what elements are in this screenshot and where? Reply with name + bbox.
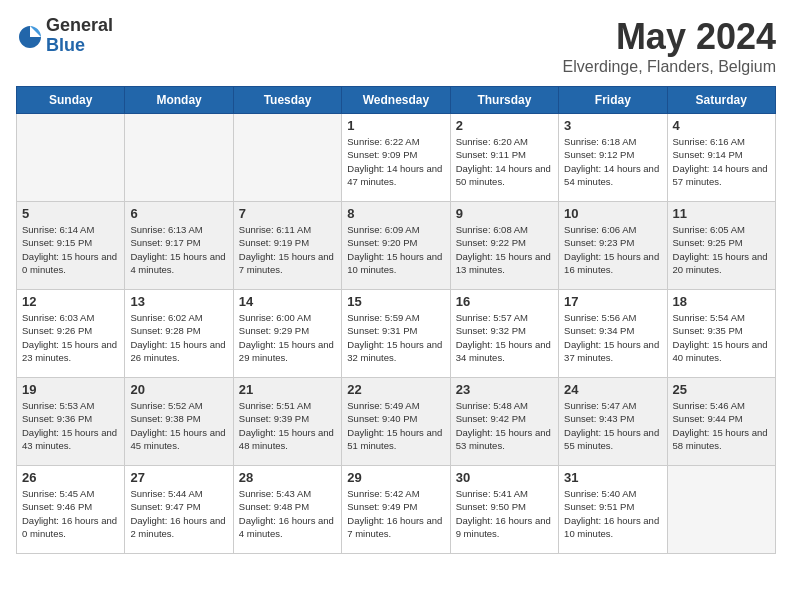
calendar-title: May 2024 — [563, 16, 776, 58]
cell-info: Sunrise: 6:20 AM Sunset: 9:11 PM Dayligh… — [456, 135, 553, 188]
calendar-cell: 11Sunrise: 6:05 AM Sunset: 9:25 PM Dayli… — [667, 202, 775, 290]
cell-info: Sunrise: 5:40 AM Sunset: 9:51 PM Dayligh… — [564, 487, 661, 540]
calendar-cell: 28Sunrise: 5:43 AM Sunset: 9:48 PM Dayli… — [233, 466, 341, 554]
day-number: 19 — [22, 382, 119, 397]
calendar-cell: 20Sunrise: 5:52 AM Sunset: 9:38 PM Dayli… — [125, 378, 233, 466]
calendar-cell: 14Sunrise: 6:00 AM Sunset: 9:29 PM Dayli… — [233, 290, 341, 378]
calendar-cell: 19Sunrise: 5:53 AM Sunset: 9:36 PM Dayli… — [17, 378, 125, 466]
calendar-body: 1Sunrise: 6:22 AM Sunset: 9:09 PM Daylig… — [17, 114, 776, 554]
logo: General Blue — [16, 16, 113, 56]
cell-info: Sunrise: 5:54 AM Sunset: 9:35 PM Dayligh… — [673, 311, 770, 364]
day-number: 3 — [564, 118, 661, 133]
calendar-cell — [125, 114, 233, 202]
calendar-cell: 5Sunrise: 6:14 AM Sunset: 9:15 PM Daylig… — [17, 202, 125, 290]
weekday-header-cell: Friday — [559, 87, 667, 114]
cell-info: Sunrise: 6:09 AM Sunset: 9:20 PM Dayligh… — [347, 223, 444, 276]
calendar-cell: 29Sunrise: 5:42 AM Sunset: 9:49 PM Dayli… — [342, 466, 450, 554]
day-number: 26 — [22, 470, 119, 485]
day-number: 30 — [456, 470, 553, 485]
calendar-cell — [17, 114, 125, 202]
day-number: 25 — [673, 382, 770, 397]
cell-info: Sunrise: 5:44 AM Sunset: 9:47 PM Dayligh… — [130, 487, 227, 540]
day-number: 23 — [456, 382, 553, 397]
day-number: 6 — [130, 206, 227, 221]
day-number: 24 — [564, 382, 661, 397]
cell-info: Sunrise: 6:16 AM Sunset: 9:14 PM Dayligh… — [673, 135, 770, 188]
day-number: 11 — [673, 206, 770, 221]
calendar-cell: 21Sunrise: 5:51 AM Sunset: 9:39 PM Dayli… — [233, 378, 341, 466]
calendar-cell: 2Sunrise: 6:20 AM Sunset: 9:11 PM Daylig… — [450, 114, 558, 202]
cell-info: Sunrise: 6:08 AM Sunset: 9:22 PM Dayligh… — [456, 223, 553, 276]
cell-info: Sunrise: 5:59 AM Sunset: 9:31 PM Dayligh… — [347, 311, 444, 364]
cell-info: Sunrise: 6:00 AM Sunset: 9:29 PM Dayligh… — [239, 311, 336, 364]
cell-info: Sunrise: 6:11 AM Sunset: 9:19 PM Dayligh… — [239, 223, 336, 276]
day-number: 20 — [130, 382, 227, 397]
calendar-cell: 25Sunrise: 5:46 AM Sunset: 9:44 PM Dayli… — [667, 378, 775, 466]
cell-info: Sunrise: 6:18 AM Sunset: 9:12 PM Dayligh… — [564, 135, 661, 188]
calendar-cell: 31Sunrise: 5:40 AM Sunset: 9:51 PM Dayli… — [559, 466, 667, 554]
cell-info: Sunrise: 5:42 AM Sunset: 9:49 PM Dayligh… — [347, 487, 444, 540]
day-number: 10 — [564, 206, 661, 221]
cell-info: Sunrise: 5:48 AM Sunset: 9:42 PM Dayligh… — [456, 399, 553, 452]
cell-info: Sunrise: 5:47 AM Sunset: 9:43 PM Dayligh… — [564, 399, 661, 452]
calendar-cell: 18Sunrise: 5:54 AM Sunset: 9:35 PM Dayli… — [667, 290, 775, 378]
calendar-week-row: 19Sunrise: 5:53 AM Sunset: 9:36 PM Dayli… — [17, 378, 776, 466]
weekday-header-cell: Wednesday — [342, 87, 450, 114]
day-number: 21 — [239, 382, 336, 397]
day-number: 18 — [673, 294, 770, 309]
calendar-cell: 3Sunrise: 6:18 AM Sunset: 9:12 PM Daylig… — [559, 114, 667, 202]
day-number: 31 — [564, 470, 661, 485]
page-header: General Blue May 2024 Elverdinge, Flande… — [16, 16, 776, 76]
day-number: 14 — [239, 294, 336, 309]
cell-info: Sunrise: 5:41 AM Sunset: 9:50 PM Dayligh… — [456, 487, 553, 540]
logo-icon — [16, 22, 44, 50]
day-number: 27 — [130, 470, 227, 485]
weekday-header-cell: Thursday — [450, 87, 558, 114]
day-number: 8 — [347, 206, 444, 221]
weekday-header-cell: Tuesday — [233, 87, 341, 114]
cell-info: Sunrise: 5:46 AM Sunset: 9:44 PM Dayligh… — [673, 399, 770, 452]
calendar-cell: 23Sunrise: 5:48 AM Sunset: 9:42 PM Dayli… — [450, 378, 558, 466]
cell-info: Sunrise: 5:49 AM Sunset: 9:40 PM Dayligh… — [347, 399, 444, 452]
cell-info: Sunrise: 6:14 AM Sunset: 9:15 PM Dayligh… — [22, 223, 119, 276]
cell-info: Sunrise: 6:06 AM Sunset: 9:23 PM Dayligh… — [564, 223, 661, 276]
cell-info: Sunrise: 6:22 AM Sunset: 9:09 PM Dayligh… — [347, 135, 444, 188]
cell-info: Sunrise: 5:45 AM Sunset: 9:46 PM Dayligh… — [22, 487, 119, 540]
calendar-cell: 22Sunrise: 5:49 AM Sunset: 9:40 PM Dayli… — [342, 378, 450, 466]
weekday-header-cell: Saturday — [667, 87, 775, 114]
cell-info: Sunrise: 6:03 AM Sunset: 9:26 PM Dayligh… — [22, 311, 119, 364]
cell-info: Sunrise: 5:43 AM Sunset: 9:48 PM Dayligh… — [239, 487, 336, 540]
day-number: 22 — [347, 382, 444, 397]
cell-info: Sunrise: 5:51 AM Sunset: 9:39 PM Dayligh… — [239, 399, 336, 452]
calendar-subtitle: Elverdinge, Flanders, Belgium — [563, 58, 776, 76]
calendar-cell: 27Sunrise: 5:44 AM Sunset: 9:47 PM Dayli… — [125, 466, 233, 554]
calendar-cell: 16Sunrise: 5:57 AM Sunset: 9:32 PM Dayli… — [450, 290, 558, 378]
day-number: 29 — [347, 470, 444, 485]
cell-info: Sunrise: 6:02 AM Sunset: 9:28 PM Dayligh… — [130, 311, 227, 364]
weekday-header-row: SundayMondayTuesdayWednesdayThursdayFrid… — [17, 87, 776, 114]
calendar-cell: 1Sunrise: 6:22 AM Sunset: 9:09 PM Daylig… — [342, 114, 450, 202]
day-number: 5 — [22, 206, 119, 221]
day-number: 2 — [456, 118, 553, 133]
cell-info: Sunrise: 6:13 AM Sunset: 9:17 PM Dayligh… — [130, 223, 227, 276]
calendar-week-row: 5Sunrise: 6:14 AM Sunset: 9:15 PM Daylig… — [17, 202, 776, 290]
day-number: 28 — [239, 470, 336, 485]
weekday-header-cell: Sunday — [17, 87, 125, 114]
day-number: 1 — [347, 118, 444, 133]
calendar-cell: 8Sunrise: 6:09 AM Sunset: 9:20 PM Daylig… — [342, 202, 450, 290]
calendar-cell: 4Sunrise: 6:16 AM Sunset: 9:14 PM Daylig… — [667, 114, 775, 202]
calendar-cell: 12Sunrise: 6:03 AM Sunset: 9:26 PM Dayli… — [17, 290, 125, 378]
calendar-week-row: 26Sunrise: 5:45 AM Sunset: 9:46 PM Dayli… — [17, 466, 776, 554]
calendar-cell: 30Sunrise: 5:41 AM Sunset: 9:50 PM Dayli… — [450, 466, 558, 554]
calendar-cell: 9Sunrise: 6:08 AM Sunset: 9:22 PM Daylig… — [450, 202, 558, 290]
calendar-cell: 17Sunrise: 5:56 AM Sunset: 9:34 PM Dayli… — [559, 290, 667, 378]
calendar-week-row: 12Sunrise: 6:03 AM Sunset: 9:26 PM Dayli… — [17, 290, 776, 378]
logo-general-text: General — [46, 16, 113, 36]
calendar-cell: 10Sunrise: 6:06 AM Sunset: 9:23 PM Dayli… — [559, 202, 667, 290]
calendar-cell — [667, 466, 775, 554]
day-number: 17 — [564, 294, 661, 309]
title-area: May 2024 Elverdinge, Flanders, Belgium — [563, 16, 776, 76]
calendar-cell: 15Sunrise: 5:59 AM Sunset: 9:31 PM Dayli… — [342, 290, 450, 378]
day-number: 16 — [456, 294, 553, 309]
day-number: 15 — [347, 294, 444, 309]
